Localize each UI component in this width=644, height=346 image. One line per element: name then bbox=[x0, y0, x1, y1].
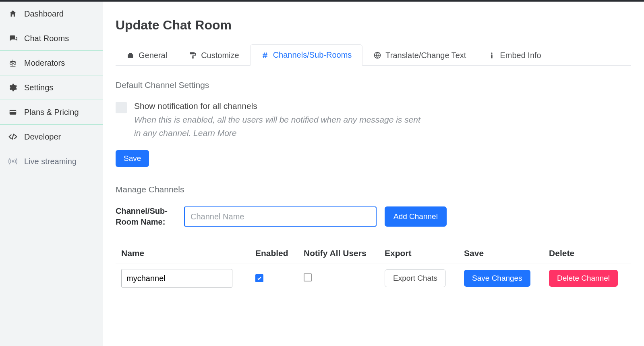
svg-rect-4 bbox=[192, 56, 193, 59]
notify-all-label: Show notification for all channels bbox=[134, 101, 424, 111]
tab-translate[interactable]: Translate/Change Text bbox=[362, 44, 477, 66]
chat-icon bbox=[8, 33, 18, 43]
delete-channel-button[interactable]: Delete Channel bbox=[549, 270, 618, 287]
sidebar-item-label: Settings bbox=[24, 83, 53, 92]
svg-rect-1 bbox=[10, 111, 17, 112]
tab-label: Channels/Sub-Rooms bbox=[273, 50, 352, 60]
toolbox-icon bbox=[126, 51, 135, 59]
col-name: Name bbox=[116, 244, 250, 263]
notify-all-checkbox[interactable] bbox=[116, 102, 127, 113]
info-icon bbox=[488, 51, 496, 59]
gear-icon bbox=[8, 83, 18, 92]
tab-bar: General Customize Channels/Sub-Rooms Tra… bbox=[116, 44, 631, 66]
sidebar: Dashboard Chat Rooms Moderators Settings… bbox=[0, 2, 103, 346]
paint-roller-icon bbox=[189, 51, 197, 59]
svg-point-2 bbox=[12, 160, 14, 162]
svg-rect-7 bbox=[491, 54, 493, 58]
code-icon bbox=[8, 132, 18, 142]
setting-text: Show notification for all channels When … bbox=[134, 101, 424, 140]
tab-label: General bbox=[139, 51, 167, 60]
section-heading: Manage Channels bbox=[116, 185, 631, 194]
notify-all-description: When this is enabled, all the users will… bbox=[134, 113, 424, 140]
sidebar-item-live-streaming[interactable]: Live streaming bbox=[0, 149, 103, 173]
broadcast-icon bbox=[8, 156, 18, 166]
sidebar-item-label: Dashboard bbox=[24, 9, 64, 19]
tab-channels[interactable]: Channels/Sub-Rooms bbox=[250, 44, 363, 66]
manage-channels-section: Manage Channels Channel/Sub-Room Name: A… bbox=[116, 185, 631, 293]
svg-rect-0 bbox=[10, 110, 17, 115]
home-icon bbox=[8, 9, 18, 19]
save-settings-button[interactable]: Save bbox=[116, 150, 149, 167]
tab-label: Customize bbox=[201, 51, 239, 60]
app-layout: Dashboard Chat Rooms Moderators Settings… bbox=[0, 2, 644, 346]
page-title: Update Chat Room bbox=[116, 18, 631, 33]
sidebar-item-plans[interactable]: Plans & Pricing bbox=[0, 100, 103, 125]
tab-general[interactable]: General bbox=[116, 44, 178, 66]
scale-icon bbox=[8, 58, 18, 68]
col-export: Export bbox=[379, 244, 458, 263]
row-notify-checkbox[interactable] bbox=[304, 273, 312, 281]
svg-point-6 bbox=[491, 52, 493, 54]
col-save: Save bbox=[458, 244, 543, 263]
tab-label: Translate/Change Text bbox=[385, 51, 466, 60]
channel-name-input[interactable] bbox=[184, 206, 377, 227]
channels-table: Name Enabled Notify All Users Export Sav… bbox=[116, 244, 631, 293]
sidebar-item-label: Live streaming bbox=[24, 157, 77, 166]
sidebar-item-moderators[interactable]: Moderators bbox=[0, 51, 103, 75]
col-delete: Delete bbox=[543, 244, 631, 263]
add-channel-button[interactable]: Add Channel bbox=[385, 206, 447, 227]
card-icon bbox=[8, 107, 18, 117]
sidebar-item-chat-rooms[interactable]: Chat Rooms bbox=[0, 26, 103, 51]
hashtag-icon bbox=[261, 51, 269, 59]
main-content: Update Chat Room General Customize Chann… bbox=[103, 2, 644, 346]
sidebar-item-label: Plans & Pricing bbox=[24, 108, 79, 117]
sidebar-item-label: Chat Rooms bbox=[24, 34, 69, 43]
sidebar-item-label: Moderators bbox=[24, 58, 65, 68]
tab-label: Embed Info bbox=[500, 51, 541, 60]
tab-embed[interactable]: Embed Info bbox=[477, 44, 552, 66]
export-chats-button[interactable]: Export Chats bbox=[385, 269, 446, 287]
sidebar-item-dashboard[interactable]: Dashboard bbox=[0, 2, 103, 26]
sidebar-item-label: Developer bbox=[24, 132, 61, 142]
save-changes-button[interactable]: Save Changes bbox=[464, 270, 530, 287]
channel-name-label: Channel/Sub-Room Name: bbox=[116, 206, 176, 227]
default-settings-section: Default Channel Settings Show notificati… bbox=[116, 80, 631, 167]
table-row: Export Chats Save Changes Delete Channel bbox=[116, 263, 631, 294]
section-heading: Default Channel Settings bbox=[116, 80, 631, 90]
add-channel-row: Channel/Sub-Room Name: Add Channel bbox=[116, 206, 631, 227]
col-enabled: Enabled bbox=[250, 244, 298, 263]
globe-icon bbox=[373, 51, 381, 59]
table-header-row: Name Enabled Notify All Users Export Sav… bbox=[116, 244, 631, 263]
notify-all-setting: Show notification for all channels When … bbox=[116, 101, 631, 140]
row-name-input[interactable] bbox=[121, 269, 232, 288]
col-notify: Notify All Users bbox=[298, 244, 379, 263]
row-enabled-checkbox[interactable] bbox=[255, 274, 263, 282]
tab-customize[interactable]: Customize bbox=[178, 44, 250, 66]
svg-rect-3 bbox=[190, 52, 195, 54]
sidebar-item-settings[interactable]: Settings bbox=[0, 75, 103, 100]
sidebar-item-developer[interactable]: Developer bbox=[0, 125, 103, 149]
